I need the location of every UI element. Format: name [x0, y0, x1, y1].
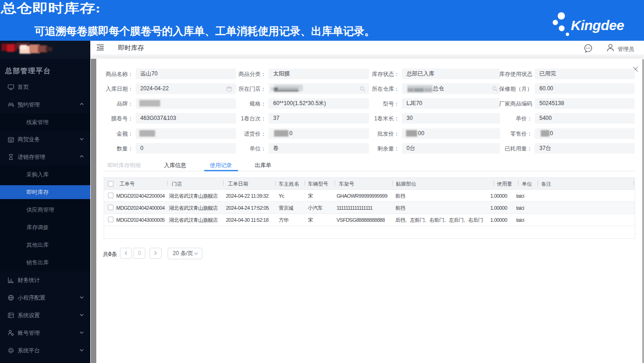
svg-text:Kingdee: Kingdee — [571, 18, 624, 33]
